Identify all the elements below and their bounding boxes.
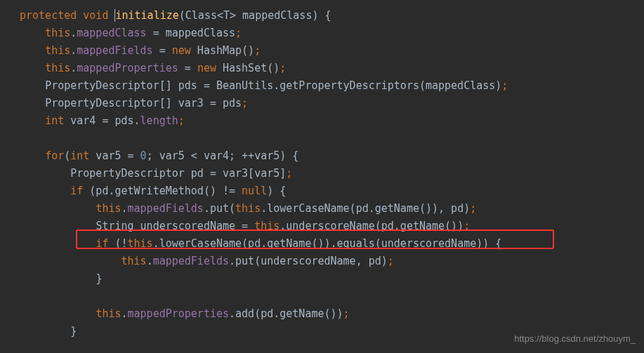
code-line-8 <box>20 130 644 147</box>
code-line-13: String underscoredName = this.underscore… <box>20 218 644 235</box>
code-line-6: PropertyDescriptor[] var3 = pds; <box>20 95 644 112</box>
code-line-7: int var4 = pds.length; <box>20 112 644 130</box>
code-line-4: this.mappedProperties = new HashSet(); <box>20 60 644 77</box>
code-line-16: } <box>20 270 644 288</box>
code-line-5: PropertyDescriptor[] pds = BeanUtils.get… <box>20 77 644 95</box>
code-line-2: this.mappedClass = mappedClass; <box>20 25 644 42</box>
code-line-15: this.mappedFields.put(underscoredName, p… <box>20 253 644 270</box>
code-line-1: protected void initialize(Class<T> mappe… <box>20 7 644 25</box>
code-line-10: PropertyDescriptor pd = var3[var5]; <box>20 165 644 182</box>
code-line-17 <box>20 288 644 305</box>
watermark: https://blog.csdn.net/zhouym_ <box>514 330 636 347</box>
code-line-11: if (pd.getWriteMethod() != null) { <box>20 182 644 200</box>
code-line-18: this.mappedProperties.add(pd.getName()); <box>20 305 644 323</box>
code-line-12: this.mappedFields.put(this.lowerCaseName… <box>20 200 644 218</box>
code-line-3: this.mappedFields = new HashMap(); <box>20 42 644 60</box>
code-editor[interactable]: protected void initialize(Class<T> mappe… <box>20 7 644 340</box>
code-line-9: for(int var5 = 0; var5 < var4; ++var5) { <box>20 147 644 165</box>
code-line-14: if (!this.lowerCaseName(pd.getName()).eq… <box>20 235 644 253</box>
